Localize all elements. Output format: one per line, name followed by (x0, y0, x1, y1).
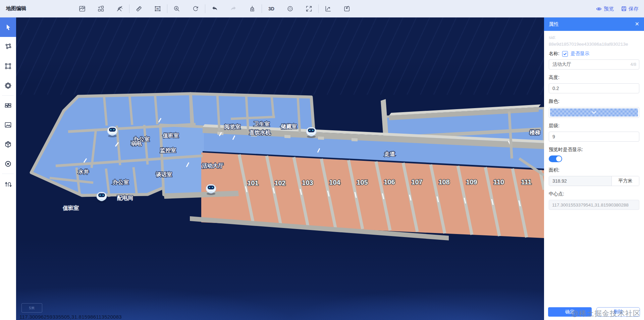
toolbar-separator (205, 4, 205, 13)
sidebar-tool-model-3d[interactable] (0, 135, 16, 154)
point-icon (4, 160, 12, 168)
save-button[interactable]: 保存 (621, 6, 639, 12)
room-label: 水井 (78, 169, 89, 175)
confirm-button[interactable]: 确定 (548, 307, 592, 317)
clear-icon[interactable] (248, 5, 256, 13)
sid-field: sid: 88e9d1857019ee433086a18af830213e (549, 34, 639, 47)
tool-sidebar (0, 17, 16, 320)
scale-indicator: 5米 (21, 303, 42, 313)
sidebar-tool-select[interactable] (0, 17, 16, 37)
cursor-icon (4, 23, 12, 31)
panel-header: 属性 ✕ (544, 17, 644, 31)
cursor-coordinates: 117.30096259335505,31.815986113520083 (19, 314, 122, 320)
undo-icon[interactable] (211, 5, 219, 13)
topbar-actions: 预览 保存 (596, 0, 639, 17)
toolbar-separator (318, 4, 319, 13)
robot-marker[interactable] (97, 192, 107, 203)
color-swatch (550, 108, 638, 117)
preview-button[interactable]: 预览 (596, 6, 614, 12)
sidebar-tool-draw-polygon[interactable] (0, 37, 16, 56)
room-label: 走道 (384, 151, 395, 157)
water-waves (16, 239, 544, 320)
path-icon (4, 180, 12, 188)
3d-toggle[interactable]: 3D (267, 6, 275, 11)
fullscreen-icon[interactable] (305, 5, 313, 13)
robot-marker[interactable] (206, 184, 216, 195)
name-input[interactable] (549, 59, 639, 70)
zoom-in-icon[interactable] (173, 5, 181, 13)
room-label: 储藏室 (280, 123, 297, 129)
room-number-label: 108 (438, 178, 449, 186)
eye-icon (596, 6, 602, 12)
bricks-icon (4, 101, 12, 109)
circle-points-icon (4, 82, 12, 90)
height-input[interactable] (549, 83, 639, 93)
room-number-label: 103 (302, 179, 313, 186)
components-icon[interactable] (97, 5, 105, 13)
center-point-label: 中心点: (549, 191, 639, 197)
toolbar: m 3D (73, 0, 356, 17)
preview-show-label: 预览时是否显示: (549, 147, 639, 153)
map-image-icon[interactable] (78, 5, 86, 13)
rectangle-icon (4, 62, 12, 70)
room-number-label: 106 (384, 178, 395, 186)
export-icon[interactable] (324, 5, 332, 13)
map-canvas[interactable]: 办公室值班室弱电监控室阅览室卫生室直饮水机储藏室活动大厅水井谈话室办公室值班室配… (16, 17, 544, 320)
room-label: 办公室 (112, 179, 129, 185)
sidebar-tool-draw-circle[interactable] (0, 76, 16, 95)
name-counter: 4/8 (631, 62, 636, 67)
topbar: 地图编辑 m 3D 预览 保存 (0, 0, 644, 17)
sidebar-tool-image[interactable] (0, 115, 16, 135)
show-name-checkbox[interactable] (562, 51, 568, 57)
room-label: 监控室 (160, 147, 176, 153)
room-label: 弱电 (131, 141, 142, 146)
room-number-label: 107 (411, 178, 422, 186)
color-picker[interactable] (549, 107, 639, 118)
show-name-checkbox-label[interactable]: 是否显示 (571, 51, 589, 57)
room-number-label: 104 (329, 179, 340, 186)
room-number-label: 102 (274, 179, 285, 187)
area-label: 面积: (549, 167, 639, 173)
area-unit-button[interactable]: 平方米 (611, 176, 639, 186)
toolbar-separator (129, 4, 129, 13)
room-label: 直饮水机 (249, 130, 271, 135)
room-label: 值班室 (62, 205, 79, 211)
toggle-knob (556, 156, 561, 162)
area-field: 318.92 平方米 (549, 176, 639, 186)
import-icon[interactable] (343, 5, 351, 13)
robot-marker[interactable] (107, 127, 117, 137)
sidebar-tool-wall[interactable] (0, 96, 16, 115)
sidebar-tool-point[interactable] (0, 154, 16, 174)
toolbar-separator (262, 4, 262, 13)
robot-marker[interactable] (306, 127, 316, 138)
preview-show-toggle[interactable] (549, 155, 562, 162)
polygon-icon (4, 43, 12, 51)
room-label: 卫生室 (254, 121, 270, 127)
redo-icon[interactable] (229, 5, 237, 13)
app-title: 地图编辑 (6, 5, 26, 12)
room-label: 配电间 (117, 195, 133, 201)
panel-title: 属性 (549, 21, 559, 28)
level-label: 层级: (549, 123, 639, 129)
room-label: 楼梯 (529, 130, 540, 135)
room-number-label: 109 (466, 178, 477, 186)
level-input[interactable] (549, 132, 639, 142)
satellite-icon[interactable] (116, 5, 124, 13)
delete-button[interactable]: 删除 (596, 307, 640, 317)
save-icon (621, 6, 627, 11)
sid-value: 88e9d1857019ee433086a18af830213e (549, 42, 628, 47)
room-label: 值班室 (162, 132, 179, 138)
area-value: 318.92 (549, 176, 611, 186)
name-label: 名称: (549, 51, 559, 57)
measure-area-icon[interactable]: m (154, 5, 162, 13)
ruler-icon[interactable] (135, 5, 143, 13)
sidebar-tool-path[interactable] (0, 174, 16, 193)
focus-center-icon[interactable] (286, 5, 294, 13)
sidebar-tool-draw-rectangle[interactable] (0, 56, 16, 76)
room-label: 活动大厅 (202, 163, 223, 169)
color-label: 颜色: (549, 98, 639, 104)
room-label: 阅览室 (224, 124, 240, 130)
close-icon[interactable]: ✕ (635, 21, 639, 27)
rotate-view-icon[interactable] (192, 5, 200, 13)
center-point-value: 117.3001553379541,31.81590380288 (549, 200, 639, 210)
